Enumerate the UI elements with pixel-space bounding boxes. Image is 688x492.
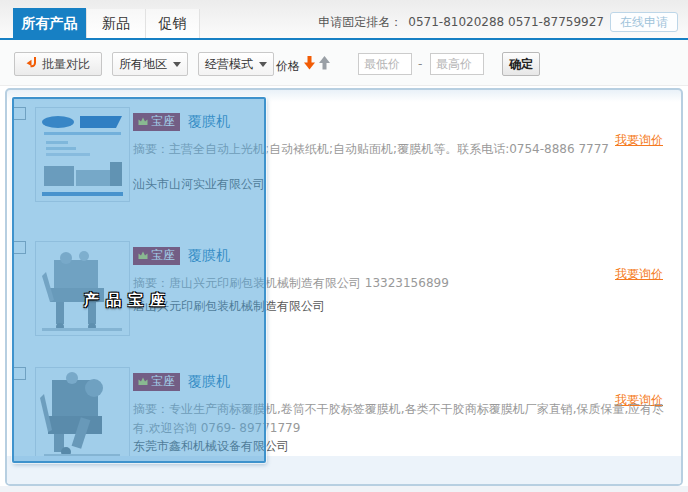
mode-dropdown-label: 经营模式 — [205, 56, 253, 73]
max-price-input[interactable] — [430, 53, 484, 75]
product-row: 宝座 覆膜机 摘要：主营全自动上光机;自动裱纸机;自动贴面机;覆膜机等。联系电话… — [7, 98, 681, 228]
chevron-down-icon — [173, 62, 181, 67]
chevron-down-icon — [259, 62, 267, 67]
filter-toolbar: 批量对比 所有地区 经营模式 价格 - 确定 — [0, 40, 688, 86]
product-image[interactable] — [35, 241, 130, 336]
min-price-input[interactable] — [358, 53, 412, 75]
tab-all-products[interactable]: 所有产品 — [13, 8, 86, 38]
compare-label: 批量对比 — [42, 56, 90, 73]
rank-phones: 0571-81020288 0571-87759927 — [408, 15, 604, 29]
rank-label: 申请固定排名： — [318, 14, 402, 31]
company-name: 汕头市山河实业有限公司 — [133, 176, 265, 193]
product-title-link[interactable]: 覆膜机 — [188, 373, 230, 391]
product-checkbox[interactable] — [13, 107, 26, 120]
confirm-button[interactable]: 确定 — [502, 52, 540, 76]
batch-compare-button[interactable]: 批量对比 — [14, 52, 102, 76]
fixed-rank-info: 申请固定排名：0571-81020288 0571-87759927 在线申请 — [318, 11, 678, 33]
product-summary: 摘要：主营全自动上光机;自动裱纸机;自动贴面机;覆膜机等。联系电话:0754-8… — [133, 140, 679, 159]
product-list-page: 所有产品 新品 促销 申请固定排名：0571-81020288 0571-877… — [0, 0, 688, 492]
product-image[interactable] — [35, 367, 130, 462]
product-list-panel: 宝座 覆膜机 摘要：主营全自动上光机;自动裱纸机;自动贴面机;覆膜机等。联系电话… — [5, 88, 683, 486]
treasure-badge: 宝座 — [133, 113, 180, 131]
treasure-badge: 宝座 — [133, 247, 180, 265]
price-sort-asc-icon[interactable] — [319, 55, 330, 74]
tab-new-products[interactable]: 新品 — [86, 9, 146, 38]
panel-footer — [7, 456, 681, 484]
compare-arrow-icon — [26, 57, 37, 72]
price-sort-desc-icon[interactable] — [304, 55, 315, 74]
product-checkbox[interactable] — [13, 367, 26, 380]
product-title-link[interactable]: 覆膜机 — [188, 113, 230, 131]
region-dropdown[interactable]: 所有地区 — [112, 52, 188, 76]
crown-icon — [138, 251, 148, 260]
product-title-link[interactable]: 覆膜机 — [188, 247, 230, 265]
region-dropdown-label: 所有地区 — [119, 56, 167, 73]
badge-label: 宝座 — [151, 113, 175, 130]
business-mode-dropdown[interactable]: 经营模式 — [198, 52, 274, 76]
product-summary: 摘要：专业生产商标覆膜机,卷筒不干胶标签覆膜机,各类不干胶商标覆膜机厂家直销,保… — [133, 400, 679, 438]
price-sort-label: 价格 — [276, 58, 300, 75]
product-image[interactable] — [35, 107, 130, 202]
treasure-badge: 宝座 — [133, 373, 180, 391]
online-apply-button[interactable]: 在线申请 — [610, 12, 678, 32]
price-range-separator: - — [418, 57, 422, 71]
product-summary: 摘要：唐山兴元印刷包装机械制造有限公司 13323156899 — [133, 274, 679, 293]
tab-bar: 所有产品 新品 促销 申请固定排名：0571-81020288 0571-877… — [0, 0, 688, 38]
crown-icon — [138, 117, 148, 126]
badge-label: 宝座 — [151, 373, 175, 390]
selection-tooltip: 产品宝座 — [84, 291, 172, 310]
company-name: 东莞市鑫和机械设备有限公司 — [133, 438, 289, 455]
page-bottom-strip — [0, 486, 688, 492]
tab-promotions[interactable]: 促销 — [146, 9, 200, 38]
product-checkbox[interactable] — [13, 241, 26, 254]
crown-icon — [138, 377, 148, 386]
badge-label: 宝座 — [151, 247, 175, 264]
